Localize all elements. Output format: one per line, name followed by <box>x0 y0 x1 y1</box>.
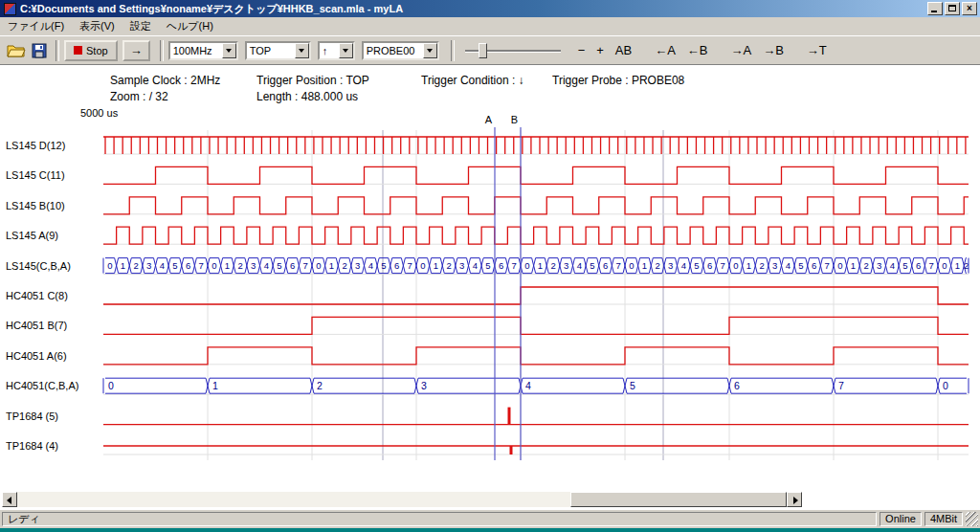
channel-label: HC4051 B(7) <box>6 318 67 333</box>
svg-text:2: 2 <box>317 380 323 391</box>
svg-text:7: 7 <box>616 260 621 271</box>
scroll-right-button[interactable] <box>787 492 802 507</box>
goto-a-right-button[interactable]: →A <box>727 42 756 58</box>
status-memory: 4MBit <box>924 512 963 526</box>
svg-text:6: 6 <box>290 260 295 271</box>
svg-text:4: 4 <box>890 260 895 271</box>
save-button[interactable] <box>28 40 51 61</box>
stop-button[interactable]: Stop <box>64 40 118 61</box>
waveform-region: 5000 us LS145 D(12) LS145 C(11) LS145 B(… <box>0 107 980 492</box>
zoom-out-button[interactable]: − <box>574 42 590 58</box>
svg-text:6: 6 <box>394 260 399 271</box>
svg-text:B: B <box>511 114 518 125</box>
svg-text:6: 6 <box>812 260 816 271</box>
status-message: レディ <box>2 512 877 526</box>
trigger-condition-info: Trigger Condition : ↓ <box>421 74 524 87</box>
channel-label: HC4051 A(6) <box>6 348 67 364</box>
channel-label: LS145 A(9) <box>6 228 58 243</box>
svg-text:4: 4 <box>368 260 373 271</box>
svg-text:5: 5 <box>798 260 803 271</box>
svg-text:6: 6 <box>603 260 608 271</box>
stop-icon <box>74 46 82 55</box>
svg-text:6: 6 <box>916 260 921 271</box>
svg-text:1: 1 <box>642 260 647 271</box>
scrollbar-track[interactable] <box>17 492 787 507</box>
toolbar: Stop → 100MHz TOP ↑ PROBE00 − + AB ←A ←B <box>0 36 980 65</box>
zoom-info: Zoom : / 32 <box>110 90 168 103</box>
svg-text:7: 7 <box>512 260 517 271</box>
svg-text:2: 2 <box>964 260 969 271</box>
chevron-down-icon[interactable] <box>295 43 309 58</box>
scrollbar-thumb[interactable] <box>570 492 787 507</box>
scroll-left-button[interactable] <box>2 492 17 507</box>
clock-select[interactable]: 100MHz <box>168 41 238 60</box>
chevron-down-icon[interactable] <box>423 43 437 58</box>
svg-text:2: 2 <box>133 260 138 271</box>
svg-text:2: 2 <box>759 260 764 271</box>
chevron-down-icon[interactable] <box>339 43 353 58</box>
toolbar-separator <box>160 40 164 61</box>
svg-text:0: 0 <box>420 260 425 271</box>
app-window: C:¥Documents and Settings¥noname¥デスクトップ¥… <box>0 0 980 528</box>
goto-b-left-button[interactable]: ←B <box>683 42 712 58</box>
goto-a-left-button[interactable]: ←A <box>651 42 679 58</box>
menu-file[interactable]: ファイル(F) <box>0 16 72 36</box>
trigger-position-info: Trigger Position : TOP <box>256 74 369 87</box>
menu-view[interactable]: 表示(V) <box>72 16 122 36</box>
trigger-edge-select[interactable]: ↑ <box>318 41 355 60</box>
horizontal-scrollbar <box>2 492 802 507</box>
goto-b-right-button[interactable]: →B <box>759 42 788 58</box>
resize-grip[interactable] <box>966 512 978 526</box>
svg-text:7: 7 <box>199 260 204 271</box>
toolbar-separator <box>451 40 455 61</box>
svg-text:4: 4 <box>577 260 582 271</box>
svg-text:6: 6 <box>707 260 712 271</box>
clock-select-value: 100MHz <box>170 45 222 56</box>
ab-button[interactable]: AB <box>612 42 635 58</box>
svg-text:5: 5 <box>485 260 490 271</box>
svg-text:2: 2 <box>655 260 659 271</box>
svg-text:4: 4 <box>160 260 165 271</box>
zoom-in-button[interactable]: + <box>592 42 608 58</box>
channel-label: HC4051 C(8) <box>6 288 68 303</box>
zoom-slider-thumb[interactable] <box>479 43 487 58</box>
toolbar-separator <box>56 40 59 61</box>
probe-select-value: PROBE00 <box>364 45 423 56</box>
svg-text:0: 0 <box>524 260 529 271</box>
length-info: Length : 488.000 us <box>256 90 358 103</box>
channel-label: LS145 D(12) <box>6 138 65 153</box>
goto-trigger-button[interactable]: →T <box>803 42 831 58</box>
open-button[interactable] <box>5 40 28 61</box>
svg-text:3: 3 <box>459 260 464 271</box>
statusbar: レディ Online 4MBit <box>0 509 980 528</box>
svg-text:1: 1 <box>225 260 230 271</box>
svg-text:4: 4 <box>473 260 478 271</box>
svg-text:5: 5 <box>277 260 281 271</box>
channel-label: LS145(C,B,A) <box>6 258 71 274</box>
svg-text:2: 2 <box>446 260 451 271</box>
menu-help[interactable]: ヘルプ(H) <box>159 16 221 36</box>
trigger-position-value: TOP <box>247 45 295 56</box>
svg-text:3: 3 <box>146 260 151 271</box>
menubar: ファイル(F) 表示(V) 設定 ヘルプ(H) <box>0 17 980 36</box>
svg-text:5: 5 <box>694 260 699 271</box>
minimize-icon <box>931 11 937 12</box>
maximize-button[interactable] <box>945 2 960 15</box>
svg-text:1: 1 <box>955 260 960 271</box>
svg-text:2: 2 <box>550 260 555 271</box>
trigger-position-select[interactable]: TOP <box>245 41 311 60</box>
svg-text:0: 0 <box>212 260 216 271</box>
minimize-button[interactable] <box>927 2 943 15</box>
floppy-icon <box>32 43 47 58</box>
svg-text:2: 2 <box>237 260 242 271</box>
run-button[interactable]: → <box>122 40 150 61</box>
chevron-down-icon[interactable] <box>222 43 236 58</box>
svg-text:4: 4 <box>681 260 686 271</box>
waveform-svg[interactable]: 0123456701234567012345670123456701234567… <box>0 107 980 485</box>
menu-settings[interactable]: 設定 <box>122 16 159 36</box>
svg-text:7: 7 <box>303 260 308 271</box>
close-button[interactable]: × <box>962 2 977 15</box>
zoom-slider[interactable] <box>465 40 561 61</box>
svg-text:5: 5 <box>902 260 907 271</box>
probe-select[interactable]: PROBE00 <box>362 41 439 60</box>
